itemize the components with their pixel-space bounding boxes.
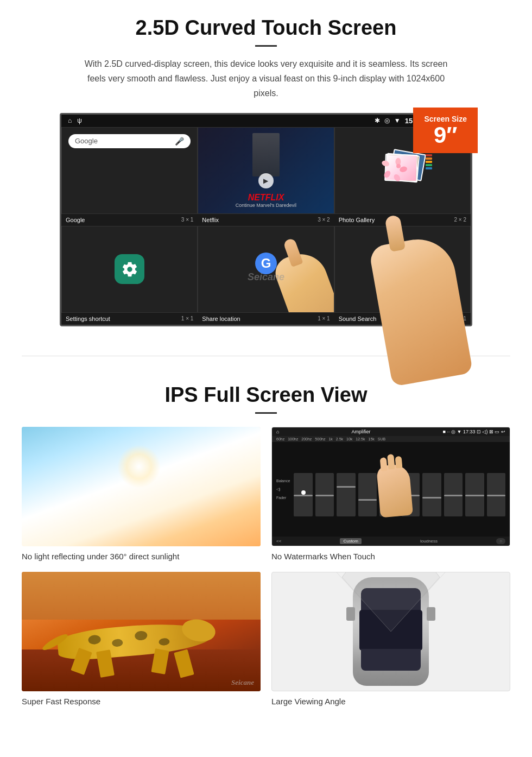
feature-car: Large Viewing Angle [271,572,510,706]
amplifier-screen: ⌂ Amplifier ■ ·· ◎ ▼ 17:33 ⊡ ◁) ⊠ ▭ ↩ 60… [272,427,510,546]
settings-app-size: 1 × 1 [181,316,194,321]
badge-size-value: 9″ [424,124,467,147]
amp-footer: << Custom loudness ○ [272,537,510,546]
section2-underline [255,412,277,414]
eq-freq-2.5k: 2.5k [336,437,343,441]
home-icon[interactable]: ⌂ [68,117,72,124]
app-label-row1: Google 3 × 1 Netflix 3 × 2 Photo Gallery… [61,214,471,226]
sound-app-size: 1 × 1 [454,316,466,321]
netflix-background: ▶ NETFLIX Continue Marvel's Daredevil [198,128,333,213]
hand-on-eq [376,463,413,518]
hand-gesture [274,247,334,313]
amp-header: ⌂ Amplifier ■ ·· ◎ ▼ 17:33 ⊡ ◁) ⊠ ▭ ↩ [272,427,510,436]
app-grid-row1: Google 🎤 ▶ NETFLIX Continue Marvel's Dar… [61,127,471,214]
car-image [271,572,510,691]
usb-icon: ψ [77,117,82,124]
netflix-logo: NETFLIX [248,193,284,203]
netflix-character [252,133,280,176]
amp-title: Amplifier [352,429,371,434]
sunlight-visual [22,427,261,546]
cheetah-visual: Seicane [22,572,261,691]
netflix-play-button[interactable]: ▶ [258,173,274,188]
location-icon: ◎ [384,117,390,124]
eq-sliders [294,462,505,516]
amp-loudness-label: loudness [420,539,438,544]
section2-title: IPS Full Screen View [22,383,510,407]
svg-text:G: G [261,256,271,270]
cheetah-caption: Super Fast Response [22,697,261,706]
eq-freq-10k: 10k [346,437,352,441]
google-search-bar[interactable]: Google 🎤 [68,134,191,148]
share-location-app-cell[interactable]: G [198,226,334,313]
feature-grid: No light reflecting under 360° direct su… [22,427,510,706]
settings-app-cell[interactable] [61,226,198,313]
eq-labels: 60hz 100hz 200hz 500hz 1k 2.5k 10k 12.5k… [272,436,510,442]
wifi-icon: ▼ [394,117,401,124]
eq-balance-label: Balance [276,479,290,483]
screen-mockup: ⌂ ψ ✱ ◎ ▼ 15:06 ⊡ ◁) ⊠ ▭ [60,113,472,326]
section1-description: With 2.5D curved-display screen, this de… [76,56,456,101]
sound-app-name: Sound Search [339,316,377,322]
eq-freq-500: 500hz [315,437,325,441]
amplifier-image: ⌂ Amplifier ■ ·· ◎ ▼ 17:33 ⊡ ◁) ⊠ ▭ ↩ 60… [271,427,510,546]
settings-icon [115,254,144,284]
netflix-app-size: 3 × 2 [318,217,330,223]
sound-search-app-cell[interactable]: ♪ [334,226,471,313]
amplifier-caption: No Watermarks When Touch [271,552,510,561]
eq-freq-15k: 15k [368,437,374,441]
google-app-size: 3 × 1 [181,217,194,223]
sunlight-image [22,427,261,546]
google-app-cell[interactable]: Google 🎤 [61,127,198,214]
gallery-app-label: Photo Gallery 2 × 2 [334,214,471,226]
car-caption: Large Viewing Angle [271,697,510,706]
eq-hand-overlay [294,462,505,516]
eq-control-area: Balance ◁) Fader [272,442,510,537]
amp-status: ■ ·· ◎ ▼ 17:33 ⊡ ◁) ⊠ ▭ ↩ [443,429,505,434]
eq-volume-icon: ◁) [276,487,290,491]
cheetah-watermark: Seicane [231,678,254,687]
settings-app-name: Settings shortcut [66,316,110,322]
eq-left-labels: Balance ◁) Fader [276,479,290,500]
app-label-row2: Settings shortcut 1 × 1 Share location 1… [61,313,471,325]
app-grid-row2: G ♪ [61,226,471,313]
feature-amplifier: ⌂ Amplifier ■ ·· ◎ ▼ 17:33 ⊡ ◁) ⊠ ▭ ↩ 60… [271,427,510,561]
gallery-stack [381,152,424,190]
netflix-app-cell[interactable]: ▶ NETFLIX Continue Marvel's Daredevil [198,127,334,214]
netflix-app-label: Netflix 3 × 2 [198,214,334,226]
bluetooth-icon: ✱ [375,117,380,124]
eq-fader-label: Fader [276,496,290,500]
feature-cheetah: Seicane Super Fast Response [22,572,261,706]
cheetah-image: Seicane [22,572,261,691]
google-app-label: Google 3 × 1 [61,214,198,226]
sunlight-caption: No light reflecting under 360° direct su… [22,552,261,561]
section1-title: 2.5D Curved Touch Screen [33,16,499,40]
netflix-app-name: Netflix [202,217,219,223]
eq-freq-60: 60hz [276,437,284,441]
gallery-app-name: Photo Gallery [339,217,375,223]
status-bar-left: ⌂ ψ [68,117,82,124]
section-curved-screen: 2.5D Curved Touch Screen With 2.5D curve… [0,0,532,339]
amp-home-icon: ⌂ [276,429,279,434]
google-app-name: Google [66,217,85,223]
microphone-icon[interactable]: 🎤 [175,137,184,146]
share-app-size: 1 × 1 [318,316,330,321]
eq-freq-12.5k: 12.5k [356,437,365,441]
amp-back-btn[interactable]: << [276,539,281,544]
gallery-app-size: 2 × 2 [454,217,466,223]
eq-freq-1k: 1k [328,437,332,441]
music-note-icon: ♪ [399,261,406,277]
screen-size-badge: Screen Size 9″ [413,108,478,153]
section-divider [22,356,510,356]
google-logo: Google [75,137,98,145]
eq-freq-100: 100hz [288,437,298,441]
title-underline [255,45,277,47]
gear-svg [121,261,138,278]
amp-toggle[interactable]: ○ [496,538,505,544]
share-app-name: Share location [202,316,240,322]
eq-freq-sub: SUB [378,437,385,441]
sound-app-label: Sound Search 1 × 1 [334,313,471,325]
viewing-angle-arcs [331,572,451,691]
settings-app-label: Settings shortcut 1 × 1 [61,313,198,325]
status-bar: ⌂ ψ ✱ ◎ ▼ 15:06 ⊡ ◁) ⊠ ▭ [61,115,471,127]
amp-custom-btn[interactable]: Custom [340,538,362,544]
